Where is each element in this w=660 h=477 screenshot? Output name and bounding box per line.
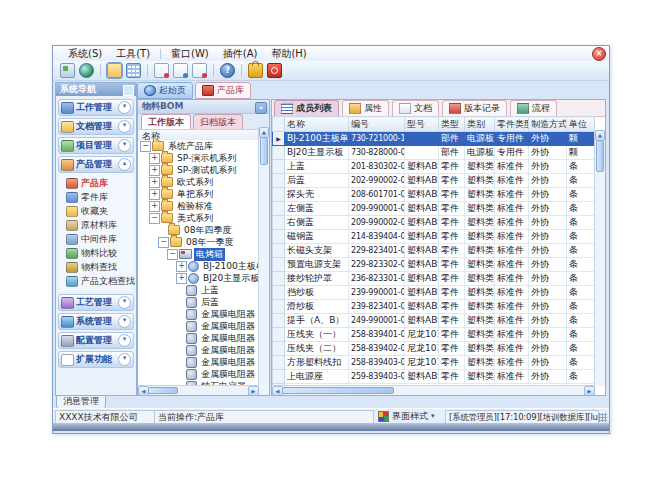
tree-node-8[interactable]: −08年一季度 [138, 236, 259, 248]
table-row[interactable]: 挡纱板239-990001-01E塑料ABS零件塑料类标准件外协条 [273, 286, 595, 300]
cell[interactable]: 塑料类 [465, 188, 495, 202]
column-header-1[interactable]: 编号 [349, 117, 405, 132]
cell[interactable]: 塑料类 [465, 230, 495, 244]
cell[interactable]: 挡纱板 [285, 286, 349, 300]
menu-item-1[interactable]: 工具(T) [109, 46, 157, 61]
tree-node-0[interactable]: −系统产品库 [138, 140, 259, 152]
cell[interactable]: 塑料类 [465, 342, 495, 356]
cell[interactable]: 外协 [529, 146, 567, 160]
menu-item-5[interactable]: 帮助(H) [264, 46, 313, 61]
chevron-down-icon[interactable]: ▾ [118, 315, 131, 328]
cell[interactable]: 磁钢盖 [285, 230, 349, 244]
cell[interactable]: 长磁头支架 [285, 244, 349, 258]
table-row[interactable]: 预置电源支架229-823302-00E塑料ABS零件塑料类标准件外协条 [273, 258, 595, 272]
tree-node-7[interactable]: 08年四季度 [138, 224, 259, 236]
nav-item-6[interactable]: 物料查找 [59, 260, 133, 274]
doc-tab-0[interactable]: 起始页 [137, 82, 193, 99]
nav-group-0[interactable]: 工作管理▾ [58, 99, 134, 116]
cell[interactable]: 塑料ABS [405, 160, 439, 174]
cell[interactable]: 条 [567, 328, 595, 342]
table-row[interactable]: BJ20主显示板730-828000-04E部件电源板专用件外协颗 [273, 146, 595, 160]
cell[interactable]: 条 [567, 258, 595, 272]
cell[interactable]: 塑料类 [465, 160, 495, 174]
detail-tab-2[interactable]: 文档 [392, 100, 439, 116]
cell[interactable]: 标准件 [495, 244, 529, 258]
scroll-right-icon[interactable]: ▶ [584, 386, 595, 395]
cell[interactable]: 电源板 [465, 132, 495, 146]
cell[interactable]: 外协 [529, 258, 567, 272]
chevron-down-icon[interactable]: ▾ [118, 101, 131, 114]
column-header-4[interactable]: 类别 [465, 117, 495, 132]
cell[interactable]: 外协 [529, 356, 567, 370]
cell[interactable]: 塑料ABS [405, 258, 439, 272]
cell[interactable]: 236-823301-00E [349, 272, 405, 286]
cell[interactable]: 249-990001-01E [349, 314, 405, 328]
cell[interactable]: 零件 [439, 188, 465, 202]
cell[interactable]: 标准件 [495, 342, 529, 356]
cell[interactable]: 尼龙1010 [405, 356, 439, 370]
table-row[interactable]: 压线夹（二）258-839402-00E尼龙1010零件塑料类标准件外协条 [273, 342, 595, 356]
tree-node-16[interactable]: 金属膜电阻器 [138, 332, 259, 344]
bom-tab-0[interactable]: 工作版本 [141, 114, 191, 129]
tree-node-3[interactable]: +欧式系列 [138, 176, 259, 188]
cell[interactable]: 标准件 [495, 216, 529, 230]
cell[interactable]: 专用件 [495, 132, 529, 146]
table-row[interactable]: 右侧盖209-990002-01E塑料ABS零件塑料类标准件外协条 [273, 216, 595, 230]
nav-item-2[interactable]: 收藏夹 [59, 204, 133, 218]
cell[interactable]: 标准件 [495, 356, 529, 370]
cell[interactable]: 外协 [529, 286, 567, 300]
cell[interactable]: 塑料类 [465, 286, 495, 300]
tree-node-2[interactable]: +SP-测试机系列 [138, 164, 259, 176]
table-row[interactable]: 上电源座259-839403-00E塑料ABS零件塑料类标准件外协条 [273, 370, 595, 384]
cell[interactable]: 塑料ABS [405, 286, 439, 300]
nav-collapse-button[interactable] [123, 85, 134, 96]
cell[interactable]: 外协 [529, 328, 567, 342]
cell[interactable]: 条 [567, 286, 595, 300]
cell[interactable]: 条 [567, 356, 595, 370]
cell[interactable]: 条 [567, 300, 595, 314]
cell[interactable]: 条 [567, 216, 595, 230]
table-row[interactable]: 探头壳208-601701-01E塑料ABS零件塑料类标准件外协条 [273, 188, 595, 202]
nav-group-1[interactable]: 文档管理▾ [58, 118, 134, 135]
cell[interactable]: 塑料类 [465, 272, 495, 286]
cell[interactable]: 零件 [439, 370, 465, 384]
nav-item-7[interactable]: 产品文档查找 [59, 274, 133, 288]
cell[interactable]: 零件 [439, 314, 465, 328]
cell[interactable]: 标准件 [495, 370, 529, 384]
cell[interactable]: 外协 [529, 370, 567, 384]
cell[interactable]: 塑料类 [465, 314, 495, 328]
cell[interactable]: 条 [567, 174, 595, 188]
tree-node-15[interactable]: 金属膜电阻器 [138, 320, 259, 332]
cell[interactable]: 后盖 [285, 174, 349, 188]
help-icon[interactable] [220, 63, 235, 78]
nav-group-4[interactable]: 工艺管理▾ [58, 294, 134, 311]
collapse-icon[interactable]: − [149, 213, 160, 224]
close-tab-button[interactable]: × [592, 47, 606, 61]
cell[interactable]: 塑料ABS [405, 300, 439, 314]
cell[interactable]: 标准件 [495, 314, 529, 328]
cell[interactable]: 塑料ABS [405, 188, 439, 202]
cell[interactable]: 提手（A、B） [285, 314, 349, 328]
cell[interactable]: 电源板 [465, 146, 495, 160]
cell[interactable]: 外协 [529, 132, 567, 146]
tree-node-5[interactable]: +检验标准 [138, 200, 259, 212]
cell[interactable]: 右侧盖 [285, 216, 349, 230]
cell[interactable]: 外协 [529, 272, 567, 286]
chevron-down-icon[interactable]: ▾ [118, 334, 131, 347]
table-row[interactable]: 后盖202-990002-01E塑料ABS零件塑料类标准件外协条 [273, 174, 595, 188]
cell[interactable]: 258-839401-00E [349, 328, 405, 342]
cell[interactable]: 零件 [439, 328, 465, 342]
expand-icon[interactable]: + [149, 201, 160, 212]
nav-group-3[interactable]: 产品管理▴ [58, 156, 134, 173]
nav-group-2[interactable]: 项目管理▾ [58, 137, 134, 154]
cell[interactable]: 左侧盖 [285, 202, 349, 216]
cell[interactable]: 条 [567, 202, 595, 216]
tree-vertical-scrollbar[interactable]: ▲ [258, 127, 269, 386]
cell[interactable]: 探头壳 [285, 188, 349, 202]
cell[interactable]: 外协 [529, 230, 567, 244]
tree-node-10[interactable]: +BJ-2100主板单点 [138, 260, 259, 272]
cell[interactable]: 接纱轮护罩 [285, 272, 349, 286]
chevron-down-icon[interactable]: ▾ [118, 353, 131, 366]
cell[interactable]: BJ-2100主板单点 [285, 132, 349, 146]
cell[interactable]: 塑料ABS [405, 370, 439, 384]
